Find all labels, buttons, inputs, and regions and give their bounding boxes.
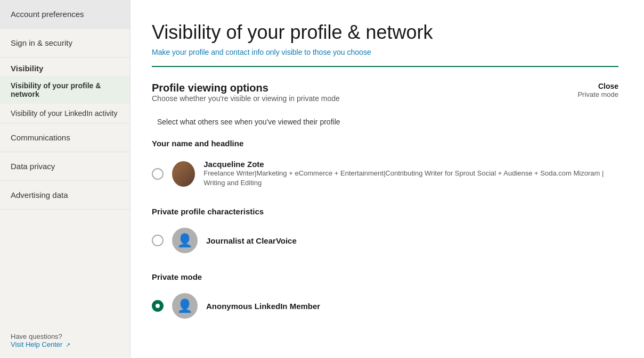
option-group-title-name-headline: Your name and headline	[152, 139, 618, 148]
option-name-anonymous: Anonymous LinkedIn Member	[206, 302, 320, 311]
external-link-icon: ↗	[66, 342, 70, 348]
option-row-journalist: 👤 Journalist at ClearVoice	[152, 223, 618, 257]
main-content: Visibility of your profile & network Mak…	[131, 0, 644, 358]
option-group-name-headline: Your name and headline Jacqueline Zote F…	[152, 139, 618, 192]
sidebar-item-sign-in-security[interactable]: Sign in & security	[0, 29, 130, 57]
sidebar-section-visibility: Visibility	[0, 57, 130, 76]
avatar-anonymous: 👤	[172, 293, 198, 319]
option-group-private-characteristics: Private profile characteristics 👤 Journa…	[152, 207, 618, 257]
avatar-journalist: 👤	[172, 228, 198, 253]
sidebar-footer: Have questions? Visit Help Center ↗	[0, 322, 130, 358]
option-group-title-private-char: Private profile characteristics	[152, 207, 618, 216]
option-group-title-private-mode: Private mode	[152, 272, 618, 281]
section-header: Profile viewing options Choose whether y…	[152, 82, 618, 114]
page-subtitle: Make your profile and contact info only …	[152, 48, 618, 56]
radio-name-headline[interactable]	[152, 168, 164, 180]
section-action: Close Private mode	[577, 82, 618, 98]
option-text-name-headline: Jacqueline Zote Freelance Writer|Marketi…	[203, 160, 618, 188]
sidebar: Account preferences Sign in & security V…	[0, 0, 131, 358]
help-center-link[interactable]: Visit Help Center ↗	[11, 340, 70, 348]
radio-anonymous[interactable]	[152, 300, 164, 312]
sidebar-item-visibility-profile-network[interactable]: Visibility of your profile & network	[0, 76, 130, 104]
option-row-name-headline: Jacqueline Zote Freelance Writer|Marketi…	[152, 155, 618, 192]
sidebar-item-data-privacy[interactable]: Data privacy	[0, 152, 130, 181]
option-row-anonymous: 👤 Anonymous LinkedIn Member	[152, 289, 618, 323]
current-mode-label: Private mode	[577, 90, 618, 98]
option-name-journalist: Journalist at ClearVoice	[206, 236, 297, 245]
radio-journalist[interactable]	[152, 235, 164, 246]
section-desc: Choose whether you're visible or viewing…	[152, 94, 340, 103]
sub-instruction: Select what others see when you've viewe…	[152, 118, 618, 126]
option-text-journalist: Journalist at ClearVoice	[206, 236, 297, 245]
sidebar-item-communications[interactable]: Communications	[0, 123, 130, 152]
sidebar-item-advertising-data[interactable]: Advertising data	[0, 181, 130, 210]
close-label: Close	[577, 82, 618, 90]
option-text-anonymous: Anonymous LinkedIn Member	[206, 302, 320, 311]
section-divider	[152, 66, 618, 67]
option-desc-jacqueline: Freelance Writer|Marketing + eCommerce +…	[203, 169, 618, 188]
avatar-jacqueline	[172, 161, 195, 187]
sidebar-item-account-preferences[interactable]: Account preferences	[0, 0, 130, 29]
person-icon-journalist: 👤	[177, 233, 193, 248]
section-title: Profile viewing options	[152, 82, 340, 94]
avatar-image-jacqueline	[172, 161, 195, 187]
help-question: Have questions?	[11, 332, 119, 340]
option-name-jacqueline: Jacqueline Zote	[203, 160, 618, 169]
person-icon-anonymous: 👤	[177, 298, 193, 313]
sidebar-item-visibility-linkedin-activity[interactable]: Visibility of your LinkedIn activity	[0, 104, 130, 123]
option-group-private-mode: Private mode 👤 Anonymous LinkedIn Member	[152, 272, 618, 323]
page-title: Visibility of your profile & network	[152, 21, 618, 44]
section-title-group: Profile viewing options Choose whether y…	[152, 82, 340, 114]
